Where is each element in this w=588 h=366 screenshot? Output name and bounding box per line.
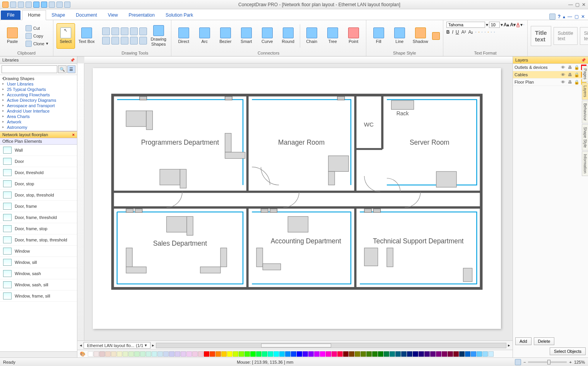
search-options-button[interactable]: ☰ <box>67 65 76 73</box>
palette-swatch[interactable] <box>477 351 482 357</box>
shape-list[interactable]: Wall Door Door, threshold Door, stop Doo… <box>0 145 77 351</box>
qat-undo-icon[interactable] <box>33 2 39 8</box>
scroll-thumb[interactable] <box>261 344 331 347</box>
palette-swatch[interactable] <box>123 351 128 357</box>
sidetab-information[interactable]: Information <box>582 151 588 176</box>
palette-swatch[interactable] <box>314 351 320 357</box>
shape-item[interactable]: Door, frame, stop <box>0 223 77 234</box>
zoom-value[interactable]: 125% <box>574 360 585 364</box>
connector-curve-button[interactable]: Curve <box>258 23 277 49</box>
visibility-icon[interactable]: 👁 <box>560 80 566 84</box>
app-icon[interactable] <box>2 2 9 8</box>
shape-item[interactable]: Door <box>0 156 77 167</box>
title-text-preset[interactable]: Title text <box>531 26 551 46</box>
close-icon[interactable]: ✕ <box>582 2 586 7</box>
shape-item[interactable]: Door, frame <box>0 201 77 212</box>
align-center-icon[interactable] <box>479 32 479 32</box>
palette-swatch[interactable] <box>465 351 470 357</box>
paste-button[interactable]: Paste <box>3 23 22 49</box>
align-left-icon[interactable] <box>475 32 476 32</box>
qat-apps-icon[interactable] <box>26 2 32 8</box>
search-button[interactable]: 🔍 <box>58 65 67 73</box>
close-library-icon[interactable]: × <box>72 132 75 137</box>
palette-swatch[interactable] <box>99 351 105 357</box>
palette-swatch[interactable] <box>210 351 215 357</box>
print-icon[interactable]: 🖶 <box>567 65 573 70</box>
palette-swatch[interactable] <box>401 351 407 357</box>
subscript-button[interactable]: A₂ <box>468 29 473 35</box>
layer-row[interactable]: Floor Plan 👁 🖶 🔒 <box>513 79 588 86</box>
palette-swatch[interactable] <box>221 351 227 357</box>
options-icon[interactable] <box>549 14 556 20</box>
shape-curve-icon[interactable] <box>139 27 147 35</box>
palette-swatch[interactable] <box>215 351 221 357</box>
layer-row[interactable]: Cables 👁 🖶 🔒 <box>513 71 588 79</box>
connector-smart-button[interactable]: Smart <box>237 23 256 49</box>
libraries-search-input[interactable] <box>2 65 57 73</box>
palette-swatch[interactable] <box>291 351 296 357</box>
drawing-shapes-button[interactable]: Drawing Shapes <box>149 23 168 49</box>
palette-swatch[interactable] <box>390 351 395 357</box>
libraries-pin-icon[interactable]: 📌 <box>70 58 75 62</box>
palette-swatch[interactable] <box>256 351 262 357</box>
ribbon-min-icon[interactable]: ▴ <box>563 14 565 19</box>
palette-swatch[interactable] <box>239 351 244 357</box>
tree-item[interactable]: Artwork <box>2 119 75 125</box>
palette-swatch[interactable] <box>157 351 163 357</box>
palette-swatch[interactable] <box>349 351 354 357</box>
tab-document[interactable]: Document <box>70 10 103 20</box>
palette-swatch[interactable] <box>244 351 250 357</box>
layers-pin-icon[interactable]: 📌 <box>581 58 586 62</box>
visibility-icon[interactable]: 👁 <box>560 72 566 77</box>
sub-library-header[interactable]: Office Plan Elements <box>0 138 77 145</box>
connector-point-button[interactable]: Point <box>344 23 363 49</box>
shape-star-icon[interactable] <box>111 37 119 44</box>
palette-swatch[interactable] <box>326 351 331 357</box>
libraries-tree[interactable]: Drawing Shapes User Libraries 25 Typical… <box>0 75 77 131</box>
minimize-icon[interactable]: — <box>568 2 573 7</box>
qat-more-icon[interactable] <box>64 2 70 8</box>
palette-swatch[interactable] <box>186 351 192 357</box>
palette-swatch[interactable] <box>361 351 366 357</box>
lock-icon[interactable]: 🔒 <box>574 80 579 85</box>
print-icon[interactable]: 🖶 <box>567 80 573 84</box>
palette-swatch[interactable] <box>105 351 111 357</box>
palette-swatch[interactable] <box>482 351 488 357</box>
tab-next-icon[interactable]: ▸ <box>152 343 154 348</box>
font-name-dropdown-icon[interactable]: ▾ <box>486 22 488 27</box>
select-objects-button[interactable]: Select Objects <box>550 347 586 355</box>
palette-swatch[interactable] <box>94 351 99 357</box>
palette-swatch[interactable] <box>343 351 349 357</box>
valign-middle-icon[interactable] <box>488 32 489 32</box>
shape-item[interactable]: Wall <box>0 145 77 156</box>
visibility-icon[interactable]: 👁 <box>560 65 566 70</box>
bold-button[interactable]: B <box>446 29 450 35</box>
palette-swatch[interactable] <box>436 351 441 357</box>
line-button[interactable]: Line <box>390 23 409 49</box>
palette-swatch[interactable] <box>273 351 279 357</box>
help-icon[interactable]: ? <box>558 14 561 19</box>
palette-swatch[interactable] <box>384 351 389 357</box>
palette-swatch[interactable] <box>407 351 412 357</box>
zoom-slider[interactable] <box>528 361 567 363</box>
tree-item[interactable]: Active Directory Diagrams <box>2 97 75 103</box>
tree-item[interactable]: Aerospace and Transport <box>2 103 75 108</box>
shape-line-icon[interactable] <box>121 27 128 35</box>
page-tab[interactable]: Ethernet LAN layout flo... (1/1 ▾ <box>84 342 150 349</box>
shape-item[interactable]: Door, stop, threshold <box>0 190 77 201</box>
shape-item[interactable]: Door, threshold <box>0 167 77 178</box>
page-tab-dropdown-icon[interactable]: ▾ <box>145 343 147 348</box>
select-button[interactable]: ↖Select <box>56 23 75 49</box>
tab-prev-icon[interactable]: ◂ <box>80 343 82 348</box>
text-box-options-icon[interactable] <box>494 32 495 32</box>
doc-max-icon[interactable]: ▢ <box>574 14 579 19</box>
italic-button[interactable]: I <box>452 29 453 35</box>
connector-bezier-button[interactable]: Bezier <box>216 23 235 49</box>
palette-swatch[interactable] <box>262 351 267 357</box>
shape-ellipse-icon[interactable] <box>111 27 119 35</box>
palette-swatch[interactable] <box>297 351 302 357</box>
cut-button[interactable]: Cut <box>24 25 50 32</box>
shape-more-icon[interactable] <box>139 37 147 44</box>
shape-item[interactable]: Window, sill <box>0 257 77 268</box>
qat-open-icon[interactable] <box>18 2 24 8</box>
